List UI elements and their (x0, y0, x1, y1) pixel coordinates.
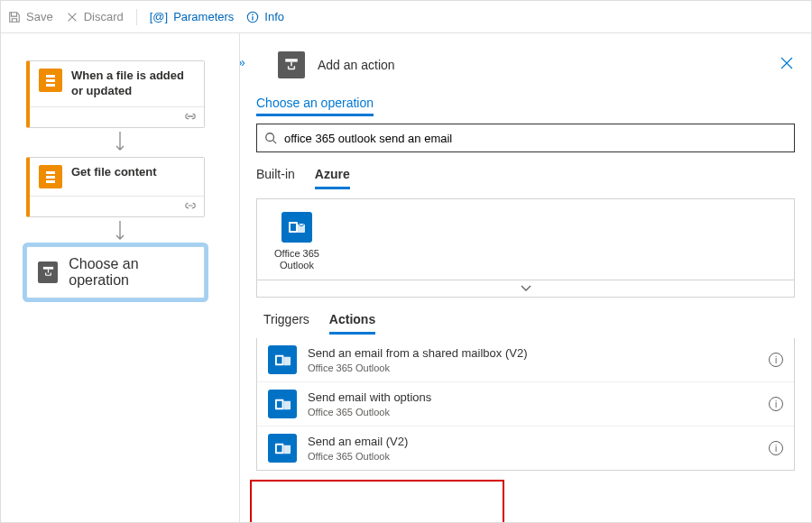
action-info-button[interactable]: i (769, 441, 783, 455)
collapse-handle[interactable]: » (240, 55, 245, 69)
operation-icon (38, 262, 58, 283)
action-send-email-v2[interactable]: Send an email (V2) Office 365 Outlook i (257, 426, 794, 470)
discard-label: Discard (84, 10, 124, 23)
search-box[interactable] (256, 124, 795, 152)
outlook-icon (268, 345, 297, 374)
connector-box: Office 365 Outlook (256, 198, 795, 298)
tab-azure[interactable]: Azure (315, 167, 350, 189)
action-title: Send an email from a shared mailbox (V2) (308, 346, 528, 362)
tab-actions[interactable]: Actions (329, 312, 375, 335)
main-area: When a file is added or updated Get file… (1, 33, 811, 522)
search-input[interactable] (277, 132, 787, 145)
svg-point-5 (266, 133, 274, 142)
get-file-content-card[interactable]: Get file content (26, 157, 205, 217)
parameters-icon: [@] (150, 10, 168, 23)
operation-icon (278, 51, 305, 78)
outlook-icon (268, 434, 297, 463)
parameters-button[interactable]: [@] Parameters (150, 10, 235, 23)
expand-connectors[interactable] (257, 280, 794, 297)
svg-rect-11 (276, 400, 281, 408)
action-info-button[interactable]: i (769, 353, 783, 367)
svg-rect-4 (285, 59, 298, 61)
trigger-footer (30, 106, 204, 127)
save-button[interactable]: Save (8, 10, 53, 23)
choose-operation-subtab: Choose an operation (256, 95, 800, 111)
doc-highlight (250, 480, 504, 522)
sftp-icon (39, 69, 62, 92)
action-subtitle: Office 365 Outlook (308, 406, 431, 418)
sftp-icon (39, 165, 62, 188)
action-send-email-options[interactable]: Send email with options Office 365 Outlo… (257, 381, 794, 426)
close-icon (779, 55, 795, 71)
svg-rect-9 (276, 356, 281, 363)
action-info-button[interactable]: i (769, 397, 783, 411)
designer-canvas: When a file is added or updated Get file… (1, 33, 240, 522)
action-send-shared-mailbox[interactable]: Send an email from a shared mailbox (V2)… (257, 338, 794, 381)
close-panel-button[interactable] (779, 55, 795, 75)
action-subtitle: Office 365 Outlook (308, 450, 408, 463)
parameters-label: Parameters (173, 10, 234, 23)
panel-header: Add an action (251, 51, 800, 78)
tab-builtin[interactable]: Built-in (256, 167, 295, 189)
save-label: Save (26, 10, 53, 23)
action-tabs: Triggers Actions (263, 312, 795, 335)
link-icon (184, 112, 197, 121)
save-icon (8, 11, 21, 23)
svg-rect-3 (43, 267, 53, 270)
choose-operation-card[interactable]: Choose an operation (26, 246, 205, 298)
choose-operation-subtab-label[interactable]: Choose an operation (256, 96, 374, 116)
link-icon (184, 201, 197, 210)
discard-button[interactable]: Discard (66, 10, 124, 23)
info-icon (246, 11, 259, 23)
top-toolbar: Save Discard [@] Parameters Info (1, 1, 811, 33)
svg-point-1 (253, 14, 254, 15)
action-subtitle: Office 365 Outlook (308, 362, 528, 374)
tab-triggers[interactable]: Triggers (263, 312, 309, 335)
chevron-down-icon (521, 285, 531, 292)
get-file-content-footer (30, 196, 204, 216)
trigger-card[interactable]: When a file is added or updated (26, 60, 205, 128)
outlook-icon (281, 212, 312, 243)
discard-icon (66, 11, 78, 23)
search-icon (264, 132, 277, 144)
flow-arrow (26, 132, 214, 153)
connector-name: Office 365 Outlook (274, 248, 319, 271)
outlook-icon (268, 390, 297, 418)
category-tabs: Built-in Azure (256, 167, 795, 189)
trigger-title: When a file is added or updated (71, 69, 195, 99)
choose-operation-label: Choose an operation (69, 256, 193, 289)
flow-arrow (26, 221, 214, 243)
actions-list: Send an email from a shared mailbox (V2)… (256, 338, 795, 471)
connector-office365-outlook[interactable]: Office 365 Outlook (270, 212, 324, 271)
svg-rect-7 (291, 224, 296, 231)
info-label: Info (264, 10, 284, 23)
get-file-content-title: Get file content (71, 165, 157, 180)
panel-title: Add an action (318, 58, 395, 72)
svg-rect-2 (253, 16, 254, 20)
info-button[interactable]: Info (246, 10, 284, 23)
svg-rect-13 (276, 445, 281, 452)
action-title: Send email with options (308, 390, 431, 406)
action-title: Send an email (V2) (308, 435, 408, 450)
operation-panel: » Add an action Choose an operation Buil… (240, 33, 811, 522)
